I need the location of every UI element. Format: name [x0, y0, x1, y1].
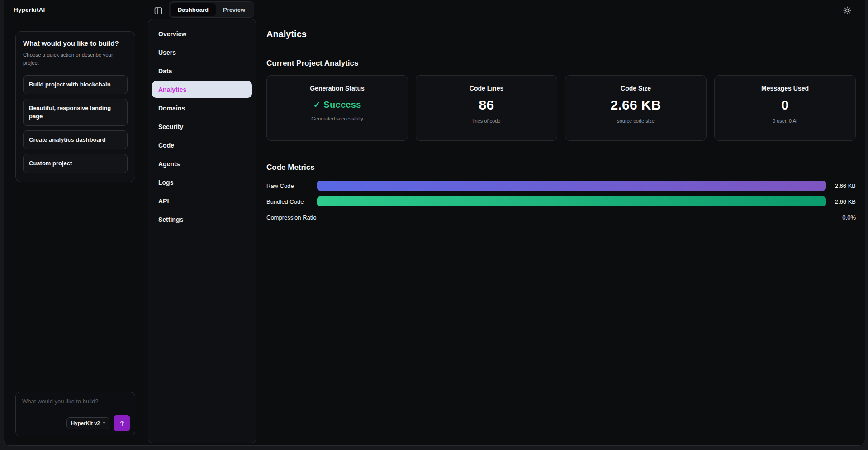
- code-metrics-list: Raw Code 2.66 KB Bundled Code 2.66 KB Co…: [266, 180, 856, 223]
- stat-subtitle: 0 user, 0 AI: [773, 118, 797, 124]
- metric-value: 2.66 KB: [826, 182, 856, 189]
- nav-item-domains[interactable]: Domains: [152, 100, 252, 116]
- arrow-up-icon: [119, 420, 126, 427]
- stat-cards-row: Generation Status ✓ Success Generated su…: [266, 75, 856, 141]
- nav-item-analytics[interactable]: Analytics: [152, 81, 252, 98]
- chat-input-placeholder: What would you like to build?: [22, 398, 98, 405]
- stat-title: Generation Status: [310, 85, 365, 92]
- raw-code-bar: [317, 181, 826, 191]
- page-title: Analytics: [266, 29, 856, 39]
- quick-action-landing-page[interactable]: Beautiful, responsive landing page: [23, 99, 128, 126]
- stat-subtitle: Generated successfully: [311, 116, 363, 121]
- stat-card-code-lines: Code Lines 86 lines of code: [416, 75, 557, 141]
- check-icon: ✓: [313, 100, 321, 110]
- build-prompt-card: What would you like to build? Choose a q…: [15, 31, 135, 182]
- stat-title: Messages Used: [761, 85, 809, 92]
- nav-item-data[interactable]: Data: [152, 62, 252, 79]
- sidebar-toggle-button[interactable]: [152, 5, 164, 17]
- chat-input-box[interactable]: What would you like to build? HyperKit v…: [15, 392, 135, 436]
- stat-value-success: ✓ Success: [313, 99, 361, 110]
- stat-value: 0: [781, 97, 789, 113]
- metric-label: Bundled Code: [266, 198, 317, 205]
- stat-title: Code Lines: [470, 85, 503, 92]
- metric-bar-track: [317, 196, 826, 206]
- nav-item-settings[interactable]: Settings: [152, 211, 252, 228]
- metric-value: 2.66 KB: [826, 198, 856, 205]
- metric-row-raw-code: Raw Code 2.66 KB: [266, 180, 856, 191]
- metric-row-compression-ratio: Compression Ratio 0.0%: [266, 212, 856, 223]
- stat-value: 86: [479, 97, 494, 113]
- chat-controls: HyperKit v2 ▾: [66, 415, 130, 431]
- sun-icon: [843, 6, 851, 14]
- app-window: HyperkitAI What would you like to build?…: [4, 0, 865, 446]
- stat-card-code-size: Code Size 2.66 KB source code size: [565, 75, 707, 141]
- stat-card-messages-used: Messages Used 0 0 user, 0 AI: [714, 75, 856, 141]
- bundled-code-bar: [317, 196, 826, 206]
- quick-action-custom-project[interactable]: Custom project: [23, 154, 128, 173]
- nav-item-users[interactable]: Users: [152, 44, 252, 61]
- nav-item-security[interactable]: Security: [152, 118, 252, 135]
- model-selector-label: HyperKit v2: [71, 421, 100, 426]
- nav-item-agents[interactable]: Agents: [152, 155, 252, 172]
- nav-item-code[interactable]: Code: [152, 137, 252, 153]
- metric-row-bundled-code: Bundled Code 2.66 KB: [266, 196, 856, 207]
- code-metrics-heading: Code Metrics: [266, 163, 856, 172]
- nav-item-overview[interactable]: Overview: [152, 25, 252, 42]
- build-card-subheading: Choose a quick action or describe your p…: [23, 51, 114, 67]
- send-button[interactable]: [114, 415, 130, 431]
- view-tab-group: Dashboard Preview: [169, 1, 254, 18]
- stat-card-generation-status: Generation Status ✓ Success Generated su…: [266, 75, 408, 141]
- build-card-heading: What would you like to build?: [23, 39, 128, 47]
- app-logo: HyperkitAI: [14, 6, 139, 13]
- stat-subtitle: source code size: [617, 118, 655, 124]
- stat-title: Code Size: [621, 85, 651, 92]
- metric-label: Raw Code: [266, 182, 317, 189]
- metric-value: 0.0%: [826, 214, 856, 221]
- dashboard-nav-panel: Overview Users Data Analytics Domains Se…: [148, 19, 256, 443]
- nav-item-api[interactable]: API: [152, 192, 252, 209]
- chevron-down-icon: ▾: [103, 421, 105, 425]
- sidebar: HyperkitAI What would you like to build?…: [4, 0, 148, 445]
- metric-bar-track: [317, 181, 826, 191]
- tab-preview[interactable]: Preview: [216, 3, 252, 16]
- sidebar-spacer: [14, 182, 139, 386]
- tab-dashboard[interactable]: Dashboard: [171, 3, 216, 16]
- sidebar-divider: [15, 386, 135, 386]
- stat-subtitle: lines of code: [473, 118, 501, 124]
- metric-bar-spacer: [317, 212, 826, 222]
- nav-item-logs[interactable]: Logs: [152, 174, 252, 191]
- stat-value: 2.66 KB: [610, 97, 661, 113]
- quick-action-analytics-dashboard[interactable]: Create analytics dashboard: [23, 130, 128, 149]
- analytics-section-heading: Current Project Analytics: [266, 59, 856, 68]
- panel-left-icon: [154, 6, 163, 15]
- model-selector-dropdown[interactable]: HyperKit v2 ▾: [66, 417, 109, 429]
- quick-actions: Build project with blockchain Beautiful,…: [23, 75, 128, 173]
- metric-label: Compression Ratio: [266, 214, 317, 221]
- main-content: Analytics Current Project Analytics Gene…: [266, 29, 856, 223]
- quick-action-blockchain[interactable]: Build project with blockchain: [23, 75, 128, 94]
- theme-toggle-button[interactable]: [841, 5, 853, 16]
